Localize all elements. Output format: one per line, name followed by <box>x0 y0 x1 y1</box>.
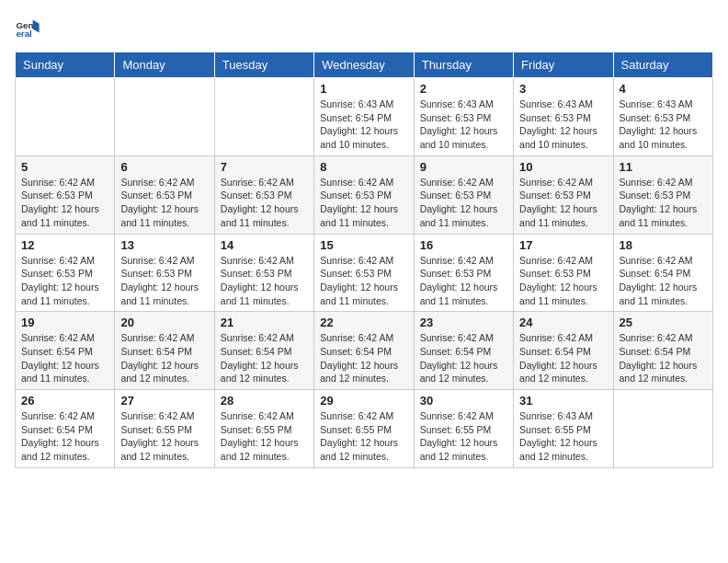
day-number: 22 <box>320 316 407 329</box>
calendar-day-26: 26Sunrise: 6:42 AM Sunset: 6:54 PM Dayli… <box>16 390 115 468</box>
day-number: 26 <box>21 394 108 408</box>
day-number: 28 <box>221 394 308 408</box>
calendar-week-row: 5Sunrise: 6:42 AM Sunset: 6:53 PM Daylig… <box>16 155 713 234</box>
calendar-day-22: 22Sunrise: 6:42 AM Sunset: 6:54 PM Dayli… <box>314 312 414 390</box>
day-info: Sunrise: 6:42 AM Sunset: 6:53 PM Dayligh… <box>120 254 208 308</box>
empty-day-cell <box>613 390 712 468</box>
day-number: 27 <box>120 394 208 408</box>
calendar-day-30: 30Sunrise: 6:42 AM Sunset: 6:55 PM Dayli… <box>414 390 513 468</box>
day-number: 24 <box>519 316 607 329</box>
day-number: 4 <box>620 82 707 96</box>
day-info: Sunrise: 6:42 AM Sunset: 6:54 PM Dayligh… <box>120 331 208 385</box>
day-number: 20 <box>120 316 208 329</box>
day-info: Sunrise: 6:42 AM Sunset: 6:54 PM Dayligh… <box>620 254 707 308</box>
day-number: 5 <box>21 160 108 174</box>
calendar-day-12: 12Sunrise: 6:42 AM Sunset: 6:53 PM Dayli… <box>16 234 115 312</box>
calendar-day-18: 18Sunrise: 6:42 AM Sunset: 6:54 PM Dayli… <box>613 234 712 312</box>
day-number: 30 <box>420 394 507 408</box>
weekday-header-sunday: Sunday <box>16 52 115 78</box>
weekday-header-saturday: Saturday <box>613 52 712 78</box>
day-info: Sunrise: 6:42 AM Sunset: 6:54 PM Dayligh… <box>221 331 308 385</box>
empty-day-cell <box>214 78 313 156</box>
weekday-header-thursday: Thursday <box>414 52 513 78</box>
day-info: Sunrise: 6:42 AM Sunset: 6:53 PM Dayligh… <box>320 254 407 308</box>
calendar-day-24: 24Sunrise: 6:42 AM Sunset: 6:54 PM Dayli… <box>514 312 613 390</box>
day-info: Sunrise: 6:42 AM Sunset: 6:55 PM Dayligh… <box>120 409 208 464</box>
day-info: Sunrise: 6:42 AM Sunset: 6:54 PM Dayligh… <box>420 331 507 385</box>
page-header: Gen eral <box>15 15 713 40</box>
weekday-header-wednesday: Wednesday <box>314 52 414 78</box>
empty-day-cell <box>115 78 214 156</box>
calendar-day-15: 15Sunrise: 6:42 AM Sunset: 6:53 PM Dayli… <box>314 234 414 312</box>
day-number: 19 <box>21 316 108 329</box>
day-info: Sunrise: 6:42 AM Sunset: 6:53 PM Dayligh… <box>221 254 308 308</box>
day-number: 16 <box>420 238 507 252</box>
day-number: 7 <box>221 160 308 174</box>
day-number: 29 <box>320 394 407 408</box>
day-number: 15 <box>320 238 407 252</box>
day-info: Sunrise: 6:42 AM Sunset: 6:54 PM Dayligh… <box>620 331 707 385</box>
calendar-week-row: 1Sunrise: 6:43 AM Sunset: 6:54 PM Daylig… <box>16 78 713 156</box>
day-info: Sunrise: 6:42 AM Sunset: 6:53 PM Dayligh… <box>21 254 108 308</box>
day-info: Sunrise: 6:43 AM Sunset: 6:53 PM Dayligh… <box>420 98 507 152</box>
calendar-day-27: 27Sunrise: 6:42 AM Sunset: 6:55 PM Dayli… <box>115 390 214 468</box>
calendar-day-16: 16Sunrise: 6:42 AM Sunset: 6:53 PM Dayli… <box>414 234 513 312</box>
calendar-day-8: 8Sunrise: 6:42 AM Sunset: 6:53 PM Daylig… <box>314 155 414 234</box>
day-number: 6 <box>120 160 208 174</box>
calendar-day-9: 9Sunrise: 6:42 AM Sunset: 6:53 PM Daylig… <box>414 155 513 234</box>
day-info: Sunrise: 6:42 AM Sunset: 6:54 PM Dayligh… <box>320 331 407 385</box>
day-info: Sunrise: 6:42 AM Sunset: 6:53 PM Dayligh… <box>620 176 707 230</box>
calendar-day-28: 28Sunrise: 6:42 AM Sunset: 6:55 PM Dayli… <box>214 390 313 468</box>
svg-text:eral: eral <box>16 29 32 39</box>
calendar-day-17: 17Sunrise: 6:42 AM Sunset: 6:53 PM Dayli… <box>514 234 613 312</box>
calendar-day-25: 25Sunrise: 6:42 AM Sunset: 6:54 PM Dayli… <box>613 312 712 390</box>
day-info: Sunrise: 6:42 AM Sunset: 6:53 PM Dayligh… <box>519 254 607 308</box>
day-info: Sunrise: 6:42 AM Sunset: 6:53 PM Dayligh… <box>420 176 507 230</box>
day-info: Sunrise: 6:42 AM Sunset: 6:53 PM Dayligh… <box>120 176 208 230</box>
calendar-day-20: 20Sunrise: 6:42 AM Sunset: 6:54 PM Dayli… <box>115 312 214 390</box>
calendar-day-4: 4Sunrise: 6:43 AM Sunset: 6:53 PM Daylig… <box>613 78 712 156</box>
calendar-day-29: 29Sunrise: 6:42 AM Sunset: 6:55 PM Dayli… <box>314 390 414 468</box>
day-number: 8 <box>320 160 407 174</box>
day-number: 31 <box>519 394 607 408</box>
calendar-day-3: 3Sunrise: 6:43 AM Sunset: 6:53 PM Daylig… <box>514 78 613 156</box>
calendar-day-10: 10Sunrise: 6:42 AM Sunset: 6:53 PM Dayli… <box>514 155 613 234</box>
day-info: Sunrise: 6:43 AM Sunset: 6:54 PM Dayligh… <box>320 98 407 152</box>
calendar-day-6: 6Sunrise: 6:42 AM Sunset: 6:53 PM Daylig… <box>115 155 214 234</box>
weekday-header-friday: Friday <box>514 52 613 78</box>
calendar-day-7: 7Sunrise: 6:42 AM Sunset: 6:53 PM Daylig… <box>214 155 313 234</box>
calendar-week-row: 26Sunrise: 6:42 AM Sunset: 6:54 PM Dayli… <box>16 390 713 468</box>
day-info: Sunrise: 6:42 AM Sunset: 6:53 PM Dayligh… <box>519 176 607 230</box>
calendar-day-1: 1Sunrise: 6:43 AM Sunset: 6:54 PM Daylig… <box>314 78 414 156</box>
empty-day-cell <box>16 78 115 156</box>
day-number: 14 <box>221 238 308 252</box>
calendar-day-5: 5Sunrise: 6:42 AM Sunset: 6:53 PM Daylig… <box>16 155 115 234</box>
calendar-header-row: SundayMondayTuesdayWednesdayThursdayFrid… <box>16 52 713 78</box>
day-number: 23 <box>420 316 507 329</box>
logo-icon: Gen eral <box>15 15 40 40</box>
day-info: Sunrise: 6:42 AM Sunset: 6:55 PM Dayligh… <box>320 409 407 464</box>
calendar-day-2: 2Sunrise: 6:43 AM Sunset: 6:53 PM Daylig… <box>414 78 513 156</box>
day-number: 1 <box>320 82 407 96</box>
day-info: Sunrise: 6:42 AM Sunset: 6:55 PM Dayligh… <box>420 409 507 464</box>
svg-marker-2 <box>33 20 40 33</box>
day-info: Sunrise: 6:43 AM Sunset: 6:53 PM Dayligh… <box>620 98 707 152</box>
calendar-day-31: 31Sunrise: 6:43 AM Sunset: 6:55 PM Dayli… <box>514 390 613 468</box>
weekday-header-tuesday: Tuesday <box>214 52 313 78</box>
day-number: 9 <box>420 160 507 174</box>
calendar-day-13: 13Sunrise: 6:42 AM Sunset: 6:53 PM Dayli… <box>115 234 214 312</box>
calendar-week-row: 19Sunrise: 6:42 AM Sunset: 6:54 PM Dayli… <box>16 312 713 390</box>
day-number: 11 <box>620 160 707 174</box>
day-number: 17 <box>519 238 607 252</box>
weekday-header-monday: Monday <box>115 52 214 78</box>
calendar-table: SundayMondayTuesdayWednesdayThursdayFrid… <box>15 52 713 468</box>
day-info: Sunrise: 6:42 AM Sunset: 6:53 PM Dayligh… <box>320 176 407 230</box>
calendar-day-23: 23Sunrise: 6:42 AM Sunset: 6:54 PM Dayli… <box>414 312 513 390</box>
logo: Gen eral <box>15 15 44 40</box>
day-info: Sunrise: 6:42 AM Sunset: 6:53 PM Dayligh… <box>21 176 108 230</box>
calendar-day-21: 21Sunrise: 6:42 AM Sunset: 6:54 PM Dayli… <box>214 312 313 390</box>
day-info: Sunrise: 6:42 AM Sunset: 6:53 PM Dayligh… <box>420 254 507 308</box>
calendar-day-14: 14Sunrise: 6:42 AM Sunset: 6:53 PM Dayli… <box>214 234 313 312</box>
day-number: 21 <box>221 316 308 329</box>
day-number: 18 <box>620 238 707 252</box>
